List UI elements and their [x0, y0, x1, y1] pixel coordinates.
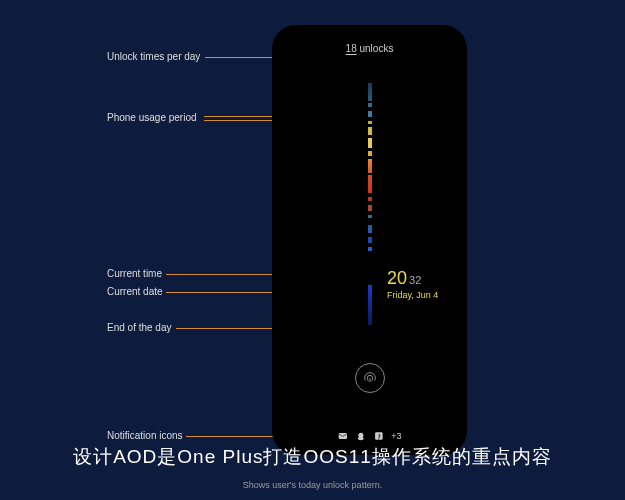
- notif-more-count[interactable]: +3: [391, 431, 401, 441]
- usage-timeline: [368, 83, 372, 343]
- callout-current-time: Current time: [107, 268, 162, 279]
- timeline-segment: [368, 215, 372, 218]
- timeline-segment: [368, 138, 372, 148]
- callout-notif-icons: Notification icons: [107, 430, 183, 441]
- callout-end-of-day: End of the day: [107, 322, 172, 333]
- unlock-number: 18: [346, 43, 357, 54]
- time-hour: 20: [387, 268, 407, 288]
- notification-row: +3: [337, 431, 401, 441]
- callout-usage-period: Phone usage period: [107, 112, 197, 123]
- timeline-segment: [368, 197, 372, 201]
- callout-current-date: Current date: [107, 286, 163, 297]
- callout-unlock-times: Unlock times per day: [107, 51, 200, 62]
- timeline-segment: [368, 175, 372, 193]
- unlock-count: 18 unlocks: [286, 43, 453, 54]
- timeline-segment: [368, 247, 372, 251]
- fingerprint-icon[interactable]: [355, 363, 385, 393]
- current-time: 2032: [387, 268, 421, 289]
- timeline-segment: [368, 103, 372, 107]
- timeline-segment: [368, 151, 372, 156]
- phone-frame: 18 unlocks 2032 Friday, Jun 4: [272, 25, 467, 455]
- timeline-segment: [368, 127, 372, 135]
- qq-icon[interactable]: [355, 431, 365, 441]
- headline-text: 设计AOD是One Plus打造OOS11操作系统的重点内容: [0, 444, 625, 470]
- svg-rect-0: [338, 433, 346, 439]
- timeline-segment: [368, 83, 372, 101]
- timeline-segment: [368, 121, 372, 124]
- timeline-segment: [368, 159, 372, 173]
- timeline-segment: [368, 111, 372, 117]
- time-minute: 32: [409, 274, 421, 286]
- current-date: Friday, Jun 4: [387, 290, 438, 300]
- facebook-icon[interactable]: [373, 431, 383, 441]
- svg-point-2: [357, 437, 363, 440]
- unlock-label: unlocks: [360, 43, 394, 54]
- subtitle-text: Shows user's today unlock pattern.: [0, 480, 625, 490]
- timeline-segment: [368, 225, 372, 233]
- timeline-segment: [368, 205, 372, 211]
- timeline-future: [368, 285, 372, 325]
- mail-icon[interactable]: [337, 431, 347, 441]
- timeline-segment: [368, 237, 372, 243]
